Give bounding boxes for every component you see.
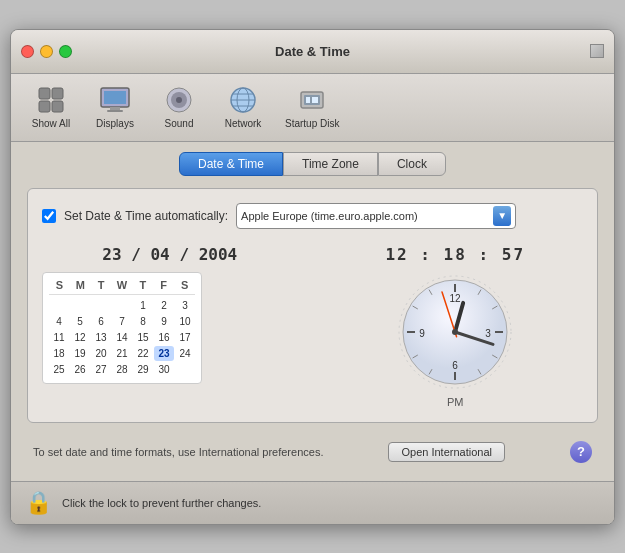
settings-panel: Set Date & Time automatically: Apple Eur… (27, 188, 598, 423)
cal-cell-14[interactable]: 14 (112, 330, 132, 345)
cal-day-t2: T (132, 279, 153, 291)
calendar: S M T W T F S (42, 272, 202, 384)
svg-rect-6 (110, 107, 120, 110)
date-section: 23 / 04 / 2004 S M T W T F S (42, 245, 298, 384)
cal-cell-16[interactable]: 16 (154, 330, 174, 345)
cal-cell-3[interactable]: 3 (175, 298, 195, 313)
svg-text:3: 3 (485, 328, 491, 339)
cal-cell-19[interactable]: 19 (70, 346, 90, 361)
svg-rect-0 (39, 88, 50, 99)
lock-icon[interactable]: 🔒 (25, 490, 52, 516)
cal-cell-17[interactable]: 17 (175, 330, 195, 345)
cal-cell-empty5 (175, 362, 195, 377)
displays-icon (99, 84, 131, 116)
svg-rect-18 (306, 97, 310, 103)
toolbar: Show All Displays Sound (11, 74, 614, 142)
open-international-button[interactable]: Open International (388, 442, 505, 462)
tab-clock[interactable]: Clock (378, 152, 446, 176)
autoset-checkbox[interactable] (42, 209, 56, 223)
close-button[interactable] (21, 45, 34, 58)
svg-rect-7 (107, 110, 123, 112)
cal-cell-empty1 (49, 298, 69, 313)
svg-rect-5 (104, 91, 126, 104)
tab-date-time[interactable]: Date & Time (179, 152, 283, 176)
svg-text:6: 6 (452, 360, 458, 371)
svg-rect-19 (312, 97, 318, 103)
cal-day-s1: S (49, 279, 70, 291)
server-select[interactable]: Apple Europe (time.euro.apple.com) ▼ (236, 203, 516, 229)
server-dropdown-arrow[interactable]: ▼ (493, 206, 511, 226)
cal-cell-1[interactable]: 1 (133, 298, 153, 313)
svg-text:12: 12 (450, 293, 462, 304)
ampm-label: PM (447, 396, 464, 408)
main-window: Date & Time Show All (10, 29, 615, 525)
cal-cell-18[interactable]: 18 (49, 346, 69, 361)
time-display: 12 : 18 : 57 (385, 245, 525, 264)
lock-text: Click the lock to prevent further change… (62, 497, 261, 509)
toolbar-label-network: Network (225, 118, 262, 129)
toolbar-item-startup-disk[interactable]: Startup Disk (277, 80, 347, 133)
cal-cell-5[interactable]: 5 (70, 314, 90, 329)
autoset-row: Set Date & Time automatically: Apple Eur… (42, 203, 583, 229)
titlebar: Date & Time (11, 30, 614, 74)
cal-cell-empty4 (112, 298, 132, 313)
toolbar-item-network[interactable]: Network (213, 80, 273, 133)
cal-cell-24[interactable]: 24 (175, 346, 195, 361)
svg-rect-1 (52, 88, 63, 99)
cal-cell-4[interactable]: 4 (49, 314, 69, 329)
cal-cell-28[interactable]: 28 (112, 362, 132, 377)
cal-cell-11[interactable]: 11 (49, 330, 69, 345)
show-all-icon (35, 84, 67, 116)
cal-cell-22[interactable]: 22 (133, 346, 153, 361)
cal-cell-25[interactable]: 25 (49, 362, 69, 377)
cal-cell-2[interactable]: 2 (154, 298, 174, 313)
toolbar-label-show-all: Show All (32, 118, 70, 129)
cal-cell-29[interactable]: 29 (133, 362, 153, 377)
cal-day-t1: T (91, 279, 112, 291)
server-value: Apple Europe (time.euro.apple.com) (241, 210, 489, 222)
cal-cell-15[interactable]: 15 (133, 330, 153, 345)
help-button[interactable]: ? (570, 441, 592, 463)
calendar-header: S M T W T F S (49, 279, 195, 295)
cal-cell-23-today[interactable]: 23 (154, 346, 174, 361)
tab-time-zone[interactable]: Time Zone (283, 152, 378, 176)
cal-cell-12[interactable]: 12 (70, 330, 90, 345)
date-display: 23 / 04 / 2004 (42, 245, 298, 264)
resize-handle[interactable] (590, 44, 604, 58)
maximize-button[interactable] (59, 45, 72, 58)
cal-day-m: M (70, 279, 91, 291)
sound-icon (163, 84, 195, 116)
clock-section: 12 : 18 : 57 (328, 245, 584, 408)
svg-point-41 (452, 329, 458, 335)
cal-cell-26[interactable]: 26 (70, 362, 90, 377)
info-text: To set date and time formats, use Intern… (33, 446, 323, 458)
cal-cell-30[interactable]: 30 (154, 362, 174, 377)
cal-cell-9[interactable]: 9 (154, 314, 174, 329)
autoset-label: Set Date & Time automatically: (64, 209, 228, 223)
cal-cell-6[interactable]: 6 (91, 314, 111, 329)
cal-cell-20[interactable]: 20 (91, 346, 111, 361)
datetime-display: 23 / 04 / 2004 S M T W T F S (42, 245, 583, 408)
cal-cell-7[interactable]: 7 (112, 314, 132, 329)
minimize-button[interactable] (40, 45, 53, 58)
cal-cell-8[interactable]: 8 (133, 314, 153, 329)
network-icon (227, 84, 259, 116)
calendar-grid: 1 2 3 4 5 6 7 8 9 10 11 (49, 298, 195, 377)
cal-cell-21[interactable]: 21 (112, 346, 132, 361)
cal-cell-27[interactable]: 27 (91, 362, 111, 377)
titlebar-buttons (21, 45, 72, 58)
cal-day-s2: S (174, 279, 195, 291)
cal-cell-empty2 (70, 298, 90, 313)
svg-rect-3 (52, 101, 63, 112)
svg-rect-2 (39, 101, 50, 112)
cal-cell-13[interactable]: 13 (91, 330, 111, 345)
analog-clock: 12 3 6 9 (395, 272, 515, 392)
cal-cell-10[interactable]: 10 (175, 314, 195, 329)
toolbar-item-displays[interactable]: Displays (85, 80, 145, 133)
toolbar-item-show-all[interactable]: Show All (21, 80, 81, 133)
lock-bar: 🔒 Click the lock to prevent further chan… (11, 481, 614, 524)
clock-face: 12 3 6 9 (395, 272, 515, 392)
window-title: Date & Time (275, 44, 350, 59)
toolbar-item-sound[interactable]: Sound (149, 80, 209, 133)
startup-disk-icon (296, 84, 328, 116)
